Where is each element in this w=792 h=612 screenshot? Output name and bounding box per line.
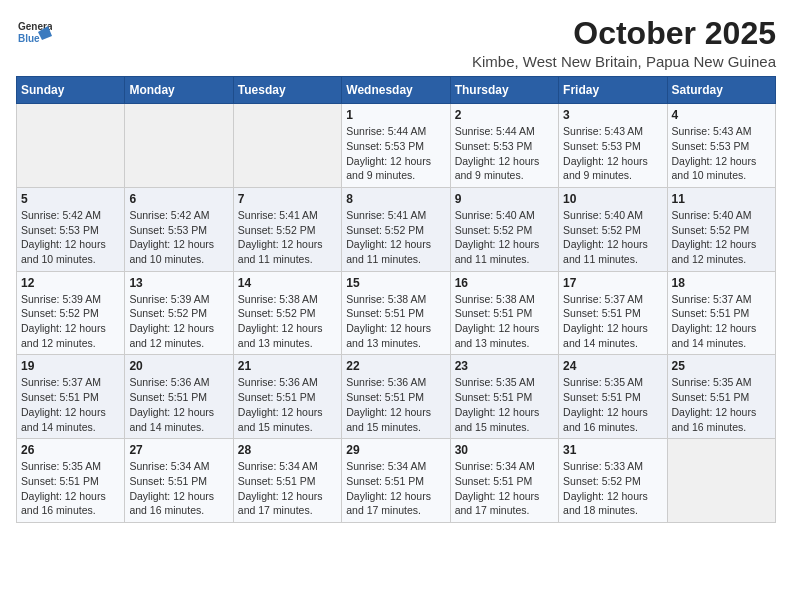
calendar-cell: 27Sunrise: 5:34 AMSunset: 5:51 PMDayligh… bbox=[125, 439, 233, 523]
calendar-cell bbox=[667, 439, 775, 523]
day-number: 2 bbox=[455, 108, 554, 122]
day-info: Sunrise: 5:39 AMSunset: 5:52 PMDaylight:… bbox=[21, 292, 120, 351]
day-number: 31 bbox=[563, 443, 662, 457]
day-number: 4 bbox=[672, 108, 771, 122]
calendar-cell: 30Sunrise: 5:34 AMSunset: 5:51 PMDayligh… bbox=[450, 439, 558, 523]
header-friday: Friday bbox=[559, 77, 667, 104]
calendar-cell: 29Sunrise: 5:34 AMSunset: 5:51 PMDayligh… bbox=[342, 439, 450, 523]
week-row-2: 5Sunrise: 5:42 AMSunset: 5:53 PMDaylight… bbox=[17, 187, 776, 271]
title-block: October 2025 Kimbe, West New Britain, Pa… bbox=[472, 16, 776, 70]
calendar-header-row: SundayMondayTuesdayWednesdayThursdayFrid… bbox=[17, 77, 776, 104]
day-info: Sunrise: 5:38 AMSunset: 5:52 PMDaylight:… bbox=[238, 292, 337, 351]
calendar-cell: 1Sunrise: 5:44 AMSunset: 5:53 PMDaylight… bbox=[342, 104, 450, 188]
header-tuesday: Tuesday bbox=[233, 77, 341, 104]
calendar-cell: 6Sunrise: 5:42 AMSunset: 5:53 PMDaylight… bbox=[125, 187, 233, 271]
calendar-cell: 22Sunrise: 5:36 AMSunset: 5:51 PMDayligh… bbox=[342, 355, 450, 439]
day-info: Sunrise: 5:33 AMSunset: 5:52 PMDaylight:… bbox=[563, 459, 662, 518]
calendar-cell bbox=[233, 104, 341, 188]
day-number: 17 bbox=[563, 276, 662, 290]
day-number: 28 bbox=[238, 443, 337, 457]
day-number: 24 bbox=[563, 359, 662, 373]
calendar-cell: 21Sunrise: 5:36 AMSunset: 5:51 PMDayligh… bbox=[233, 355, 341, 439]
day-number: 10 bbox=[563, 192, 662, 206]
day-number: 29 bbox=[346, 443, 445, 457]
calendar-cell: 26Sunrise: 5:35 AMSunset: 5:51 PMDayligh… bbox=[17, 439, 125, 523]
calendar-cell: 13Sunrise: 5:39 AMSunset: 5:52 PMDayligh… bbox=[125, 271, 233, 355]
day-number: 1 bbox=[346, 108, 445, 122]
calendar-cell bbox=[17, 104, 125, 188]
calendar-cell: 5Sunrise: 5:42 AMSunset: 5:53 PMDaylight… bbox=[17, 187, 125, 271]
day-number: 20 bbox=[129, 359, 228, 373]
day-info: Sunrise: 5:44 AMSunset: 5:53 PMDaylight:… bbox=[455, 124, 554, 183]
day-number: 14 bbox=[238, 276, 337, 290]
calendar-cell: 3Sunrise: 5:43 AMSunset: 5:53 PMDaylight… bbox=[559, 104, 667, 188]
calendar-cell: 16Sunrise: 5:38 AMSunset: 5:51 PMDayligh… bbox=[450, 271, 558, 355]
week-row-5: 26Sunrise: 5:35 AMSunset: 5:51 PMDayligh… bbox=[17, 439, 776, 523]
day-number: 13 bbox=[129, 276, 228, 290]
day-number: 30 bbox=[455, 443, 554, 457]
day-info: Sunrise: 5:35 AMSunset: 5:51 PMDaylight:… bbox=[563, 375, 662, 434]
calendar-cell: 17Sunrise: 5:37 AMSunset: 5:51 PMDayligh… bbox=[559, 271, 667, 355]
day-info: Sunrise: 5:41 AMSunset: 5:52 PMDaylight:… bbox=[346, 208, 445, 267]
day-info: Sunrise: 5:34 AMSunset: 5:51 PMDaylight:… bbox=[455, 459, 554, 518]
day-number: 8 bbox=[346, 192, 445, 206]
day-number: 22 bbox=[346, 359, 445, 373]
header-sunday: Sunday bbox=[17, 77, 125, 104]
calendar-cell: 24Sunrise: 5:35 AMSunset: 5:51 PMDayligh… bbox=[559, 355, 667, 439]
day-number: 27 bbox=[129, 443, 228, 457]
day-number: 16 bbox=[455, 276, 554, 290]
day-number: 7 bbox=[238, 192, 337, 206]
day-info: Sunrise: 5:38 AMSunset: 5:51 PMDaylight:… bbox=[346, 292, 445, 351]
day-number: 6 bbox=[129, 192, 228, 206]
day-info: Sunrise: 5:36 AMSunset: 5:51 PMDaylight:… bbox=[129, 375, 228, 434]
day-info: Sunrise: 5:41 AMSunset: 5:52 PMDaylight:… bbox=[238, 208, 337, 267]
subtitle: Kimbe, West New Britain, Papua New Guine… bbox=[472, 53, 776, 70]
day-info: Sunrise: 5:35 AMSunset: 5:51 PMDaylight:… bbox=[455, 375, 554, 434]
calendar-cell: 18Sunrise: 5:37 AMSunset: 5:51 PMDayligh… bbox=[667, 271, 775, 355]
header-wednesday: Wednesday bbox=[342, 77, 450, 104]
day-number: 5 bbox=[21, 192, 120, 206]
calendar-cell: 25Sunrise: 5:35 AMSunset: 5:51 PMDayligh… bbox=[667, 355, 775, 439]
header-thursday: Thursday bbox=[450, 77, 558, 104]
day-info: Sunrise: 5:35 AMSunset: 5:51 PMDaylight:… bbox=[21, 459, 120, 518]
logo-svg: General Blue bbox=[16, 16, 52, 52]
day-number: 3 bbox=[563, 108, 662, 122]
day-info: Sunrise: 5:35 AMSunset: 5:51 PMDaylight:… bbox=[672, 375, 771, 434]
day-number: 11 bbox=[672, 192, 771, 206]
logo: General Blue bbox=[16, 16, 52, 52]
calendar-cell: 14Sunrise: 5:38 AMSunset: 5:52 PMDayligh… bbox=[233, 271, 341, 355]
calendar-cell: 2Sunrise: 5:44 AMSunset: 5:53 PMDaylight… bbox=[450, 104, 558, 188]
day-number: 21 bbox=[238, 359, 337, 373]
day-info: Sunrise: 5:42 AMSunset: 5:53 PMDaylight:… bbox=[129, 208, 228, 267]
calendar-cell: 4Sunrise: 5:43 AMSunset: 5:53 PMDaylight… bbox=[667, 104, 775, 188]
day-number: 26 bbox=[21, 443, 120, 457]
day-info: Sunrise: 5:43 AMSunset: 5:53 PMDaylight:… bbox=[563, 124, 662, 183]
day-info: Sunrise: 5:37 AMSunset: 5:51 PMDaylight:… bbox=[21, 375, 120, 434]
svg-text:Blue: Blue bbox=[18, 33, 40, 44]
day-info: Sunrise: 5:34 AMSunset: 5:51 PMDaylight:… bbox=[346, 459, 445, 518]
day-number: 18 bbox=[672, 276, 771, 290]
day-info: Sunrise: 5:42 AMSunset: 5:53 PMDaylight:… bbox=[21, 208, 120, 267]
header-saturday: Saturday bbox=[667, 77, 775, 104]
day-info: Sunrise: 5:44 AMSunset: 5:53 PMDaylight:… bbox=[346, 124, 445, 183]
calendar-cell: 11Sunrise: 5:40 AMSunset: 5:52 PMDayligh… bbox=[667, 187, 775, 271]
calendar-cell: 31Sunrise: 5:33 AMSunset: 5:52 PMDayligh… bbox=[559, 439, 667, 523]
week-row-3: 12Sunrise: 5:39 AMSunset: 5:52 PMDayligh… bbox=[17, 271, 776, 355]
page-container: General Blue October 2025 Kimbe, West Ne… bbox=[16, 16, 776, 523]
week-row-4: 19Sunrise: 5:37 AMSunset: 5:51 PMDayligh… bbox=[17, 355, 776, 439]
day-info: Sunrise: 5:34 AMSunset: 5:51 PMDaylight:… bbox=[129, 459, 228, 518]
calendar-cell: 19Sunrise: 5:37 AMSunset: 5:51 PMDayligh… bbox=[17, 355, 125, 439]
calendar-cell: 9Sunrise: 5:40 AMSunset: 5:52 PMDaylight… bbox=[450, 187, 558, 271]
calendar-cell: 8Sunrise: 5:41 AMSunset: 5:52 PMDaylight… bbox=[342, 187, 450, 271]
day-number: 9 bbox=[455, 192, 554, 206]
calendar-cell: 28Sunrise: 5:34 AMSunset: 5:51 PMDayligh… bbox=[233, 439, 341, 523]
calendar-cell: 10Sunrise: 5:40 AMSunset: 5:52 PMDayligh… bbox=[559, 187, 667, 271]
day-info: Sunrise: 5:40 AMSunset: 5:52 PMDaylight:… bbox=[455, 208, 554, 267]
calendar-cell: 23Sunrise: 5:35 AMSunset: 5:51 PMDayligh… bbox=[450, 355, 558, 439]
calendar-cell: 20Sunrise: 5:36 AMSunset: 5:51 PMDayligh… bbox=[125, 355, 233, 439]
day-info: Sunrise: 5:37 AMSunset: 5:51 PMDaylight:… bbox=[672, 292, 771, 351]
day-info: Sunrise: 5:37 AMSunset: 5:51 PMDaylight:… bbox=[563, 292, 662, 351]
day-info: Sunrise: 5:43 AMSunset: 5:53 PMDaylight:… bbox=[672, 124, 771, 183]
main-title: October 2025 bbox=[472, 16, 776, 51]
day-number: 12 bbox=[21, 276, 120, 290]
